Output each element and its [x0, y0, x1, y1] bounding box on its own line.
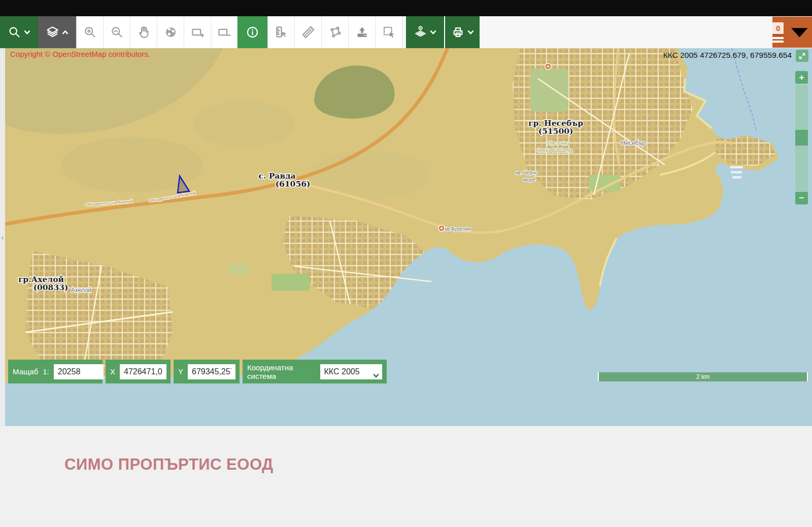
chevron-down-icon — [467, 29, 474, 36]
map-viewport[interactable]: с. Равда (61056) гр. Несебър (51500) гр.… — [0, 48, 812, 426]
osm-copyright-link[interactable]: Copyright © OpenStreetMap contributors. — [10, 50, 150, 58]
scale-bar: 2 km — [598, 372, 808, 381]
upload-button[interactable] — [348, 16, 375, 48]
measure-distance-button[interactable] — [294, 16, 321, 48]
crs-selected-value: ККС 2005 — [324, 367, 360, 376]
scale-label: Мащаб — [13, 367, 38, 376]
chevron-up-icon — [62, 29, 69, 36]
upload-icon — [355, 25, 369, 39]
selection-count-badge: 0 — [772, 22, 784, 36]
search-button[interactable] — [0, 16, 38, 48]
minus-icon: − — [799, 193, 804, 203]
plus-icon: + — [799, 73, 804, 83]
crs-select[interactable]: ККС 2005 — [320, 364, 382, 379]
polygon-icon — [328, 25, 342, 39]
osm-label-nesebar: Несебър — [621, 139, 646, 147]
map-toolbar: 0 — [0, 16, 812, 48]
expand-arrows-icon — [798, 52, 806, 60]
zoom-slider-track[interactable] — [795, 85, 808, 191]
layers-icon — [46, 25, 59, 39]
x-coordinate-input[interactable] — [120, 364, 166, 379]
y-coordinate-input[interactable] — [188, 364, 235, 379]
chevron-down-icon — [787, 20, 812, 45]
zoom-box-out-icon — [217, 25, 231, 39]
layer-info-icon — [414, 25, 427, 39]
world-extent-button[interactable] — [157, 16, 184, 48]
zoom-box-out-button[interactable] — [211, 16, 238, 48]
zoom-box-in-icon — [191, 25, 205, 39]
zoom-in-button[interactable] — [76, 16, 103, 48]
label-aheloy-code: (00833) — [33, 283, 69, 292]
print-icon — [451, 25, 465, 39]
layer-info-button[interactable] — [406, 16, 444, 48]
osm-label-dunes-1: Пясъчни — [547, 140, 569, 146]
zoom-out-map-button[interactable]: − — [795, 192, 808, 204]
poi-marker — [438, 225, 445, 231]
layers-button[interactable] — [38, 16, 76, 48]
search-icon — [8, 25, 21, 39]
select-box-icon — [382, 25, 396, 39]
label-ravda-code: (61056) — [276, 179, 311, 189]
collapse-arrow-icon: ‹ — [2, 233, 4, 241]
measure-select-button[interactable] — [267, 16, 294, 48]
osm-label-cherno-2: море — [523, 177, 535, 183]
x-label: X — [110, 367, 115, 376]
zoom-out-icon — [110, 25, 124, 39]
osm-label-cherno-1: кв. Черно — [516, 170, 538, 175]
osm-label-aurelia: кв.Аурелия — [445, 226, 471, 232]
park-patch — [530, 68, 568, 112]
pan-button[interactable] — [130, 16, 157, 48]
y-coordinate-segment: Y — [174, 360, 240, 383]
zoom-out-button[interactable] — [103, 16, 130, 48]
scale-bar-label: 2 km — [696, 373, 709, 380]
osm-label-aheloy: Ахелой — [71, 287, 92, 294]
scale-ratio-label: 1: — [43, 367, 49, 376]
measure-area-button[interactable] — [321, 16, 348, 48]
select-by-box-button[interactable] — [375, 16, 402, 48]
selection-list-icon: 0 — [772, 22, 784, 43]
crs-label: Координатна система — [247, 363, 316, 380]
chevron-down-icon — [24, 29, 30, 36]
x-coordinate-segment: X — [106, 360, 171, 383]
globe-icon — [164, 25, 178, 39]
cursor-coordinates-readout: ККС 2005 4726725.679, 679559.654 — [663, 51, 792, 60]
page-footer: СИМО ПРОПЪРТИС ЕООД — [0, 426, 812, 527]
identify-button[interactable] — [238, 16, 267, 48]
label-nesebar-code: (51500) — [538, 126, 573, 136]
osm-label-dunes-2: дюни Бабата — [537, 147, 572, 153]
info-icon — [246, 25, 259, 39]
chevron-down-icon — [430, 29, 436, 36]
zoom-in-map-button[interactable]: + — [795, 71, 808, 84]
selection-list-line — [772, 37, 784, 39]
chevron-down-icon — [373, 373, 380, 379]
crs-segment: Координатна система ККС 2005 — [243, 360, 387, 383]
company-heading: СИМО ПРОПЪРТИС ЕООД — [64, 455, 274, 474]
ruler-icon — [301, 25, 315, 39]
panel-collapse-handle[interactable]: ‹ — [0, 48, 5, 426]
selection-list-line — [772, 41, 784, 43]
zoom-box-in-button[interactable] — [184, 16, 211, 48]
measure-pointer-icon — [275, 25, 288, 39]
browser-top-bar — [0, 0, 812, 16]
scale-segment: Мащаб 1: — [8, 360, 103, 383]
gis-application: 0 — [0, 0, 812, 527]
y-label: Y — [178, 367, 183, 376]
selection-list-button[interactable]: 0 — [772, 17, 812, 48]
print-button[interactable] — [445, 16, 480, 48]
scale-input[interactable] — [54, 364, 104, 379]
expand-coordinates-button[interactable] — [796, 50, 808, 62]
pan-hand-icon — [137, 25, 151, 39]
zoom-in-icon — [83, 25, 97, 39]
zoom-slider-handle[interactable] — [795, 130, 808, 146]
poi-marker — [545, 63, 551, 69]
